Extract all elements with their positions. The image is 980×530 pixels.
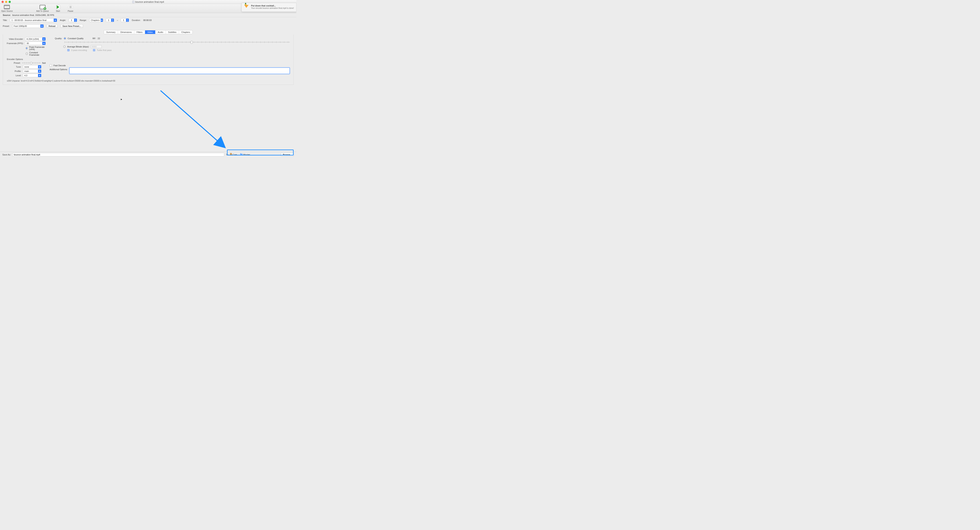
tab-subtitles[interactable]: Subtitles xyxy=(166,30,179,34)
level-dropdown[interactable]: 4.0 xyxy=(23,74,41,77)
title-value: 1 - 00:00:03 - bounce animation final xyxy=(11,19,48,21)
tune-label: Tune: xyxy=(6,66,21,68)
fast-decode-label: Fast Decode xyxy=(54,64,66,67)
destination-path: To: Cam › Movies xyxy=(226,153,250,156)
chevron-updown-icon xyxy=(38,74,41,77)
tune-dropdown[interactable]: none xyxy=(23,65,41,68)
enc-preset-label: Preset: xyxy=(6,62,21,64)
rf-label: RF: xyxy=(92,37,96,40)
folder-icon xyxy=(240,154,243,156)
tab-bar: Summary Dimensions Filters Video Audio S… xyxy=(0,29,296,35)
quality-slider[interactable] xyxy=(65,40,290,44)
chevron-updown-icon xyxy=(38,65,41,68)
quality-label: Quality: xyxy=(54,37,62,40)
tab-summary[interactable]: Summary xyxy=(104,30,118,34)
additional-options-label: Additional Options: xyxy=(49,68,68,70)
window-title-text: bounce animation final.mp4 xyxy=(135,1,164,3)
constant-framerate-radio[interactable] xyxy=(25,53,28,55)
breadcrumb-movies[interactable]: Movies xyxy=(240,153,250,156)
browse-button[interactable]: Browse... xyxy=(281,153,294,156)
chevron-right-icon: › xyxy=(238,154,239,156)
video-panel: Video Encoder: H.264 (x264) Framerate (F… xyxy=(3,35,294,85)
enc-preset-speed: fast xyxy=(42,62,46,64)
angle-stepper[interactable] xyxy=(69,18,77,22)
to-label: To: xyxy=(226,153,229,156)
fast-decode-checkbox[interactable] xyxy=(49,64,52,67)
pause-label: Pause xyxy=(68,10,73,12)
pause-icon xyxy=(68,5,73,10)
encoder-label: Video Encoder: xyxy=(6,38,24,40)
chevron-updown-icon xyxy=(101,19,103,22)
annotation-arrow xyxy=(160,90,228,151)
cocktail-icon xyxy=(243,5,249,10)
document-icon xyxy=(132,1,134,3)
open-source-label: Open Source xyxy=(1,10,13,12)
range-from-stepper[interactable] xyxy=(106,18,114,22)
save-as-input[interactable] xyxy=(12,153,224,156)
fps-dropdown[interactable]: 30 xyxy=(25,41,46,45)
fps-label: Framerate (FPS): xyxy=(6,42,24,45)
average-bitrate-input xyxy=(91,45,102,48)
encoder-dropdown[interactable]: H.264 (x264) xyxy=(25,37,46,41)
two-pass-checkbox xyxy=(67,49,70,51)
profile-label: Profile: xyxy=(6,70,21,72)
preset-row: Preset: Fast 1080p30 Reload Save New Pre… xyxy=(0,23,296,29)
reload-button[interactable]: Reload xyxy=(46,24,57,28)
angle-input[interactable] xyxy=(69,19,74,21)
notification-body: Your encode bounce animation final.mp4 i… xyxy=(251,7,294,9)
tab-filters[interactable]: Filters xyxy=(134,30,145,34)
title-label: Title: xyxy=(3,19,7,21)
constant-quality-label: Constant Quality xyxy=(68,37,83,40)
additional-options-input[interactable] xyxy=(69,67,290,74)
mouse-cursor-icon: ➤ xyxy=(120,98,122,101)
peak-framerate-radio[interactable] xyxy=(25,47,28,49)
tab-segmented: Summary Dimensions Filters Video Audio S… xyxy=(104,30,192,34)
x264-unparse-text: x264 Unparse: level=4.0:ref=2:8x8dct=0:w… xyxy=(3,78,293,82)
title-row: Title: 1 - 00:00:03 - bounce animation f… xyxy=(0,17,296,23)
film-icon xyxy=(4,5,10,9)
chevron-updown-icon xyxy=(42,37,46,41)
tab-chapters[interactable]: Chapters xyxy=(179,30,192,34)
constant-framerate-label: Constant Framerate xyxy=(29,51,46,56)
range-to-stepper[interactable] xyxy=(121,18,129,22)
breadcrumb-home[interactable]: Cam xyxy=(230,153,237,156)
save-as-label: Save As: xyxy=(2,153,11,156)
preset-dropdown[interactable]: Fast 1080p30 xyxy=(12,24,44,28)
angle-label: Angle: xyxy=(60,19,66,21)
duration-value: 00:00:03 xyxy=(143,19,152,21)
level-label: Level: xyxy=(6,74,21,76)
range-label: Range: xyxy=(80,19,87,21)
home-icon xyxy=(230,154,232,156)
source-value: bounce animation final, 1920x1080, 30 FP… xyxy=(12,14,54,16)
tab-audio[interactable]: Audio xyxy=(156,30,166,34)
start-button[interactable]: Start xyxy=(55,5,61,12)
bottom-bar: Save As: To: Cam › Movies Browse... xyxy=(0,152,296,157)
encoder-options-section: Encoder Options xyxy=(3,57,293,61)
turbo-first-pass-label: Turbo first pass xyxy=(97,49,111,51)
chevron-updown-icon xyxy=(54,19,57,22)
open-source-button[interactable]: Open Source xyxy=(1,5,13,12)
range-mode-dropdown[interactable]: Chapters xyxy=(89,18,103,22)
title-dropdown[interactable]: 1 - 00:00:03 - bounce animation final xyxy=(10,18,57,22)
start-label: Start xyxy=(56,10,60,12)
peak-framerate-label: Peak Framerate (VFR) xyxy=(29,46,46,51)
chevron-updown-icon xyxy=(40,24,43,28)
source-label: Source: xyxy=(3,14,11,16)
add-to-queue-label: Add To Queue xyxy=(36,10,49,12)
notification-banner[interactable]: Put down that cocktail... Your encode bo… xyxy=(242,3,296,12)
turbo-first-pass-checkbox xyxy=(93,49,95,51)
average-bitrate-radio[interactable] xyxy=(63,46,66,48)
enc-preset-slider[interactable] xyxy=(22,62,41,64)
tab-video[interactable]: Video xyxy=(145,30,156,34)
source-row: Source: bounce animation final, 1920x108… xyxy=(0,13,296,17)
tab-dimensions[interactable]: Dimensions xyxy=(118,30,134,34)
chevron-updown-icon xyxy=(42,42,46,45)
save-new-preset-button[interactable]: Save New Preset... xyxy=(60,24,83,28)
rf-value: 22 xyxy=(98,37,100,40)
profile-dropdown[interactable]: main xyxy=(23,69,41,73)
queue-icon xyxy=(40,5,46,9)
add-to-queue-button[interactable]: Add To Queue xyxy=(36,5,49,12)
chevron-updown-icon xyxy=(38,70,41,73)
constant-quality-radio[interactable] xyxy=(64,37,66,40)
average-bitrate-label: Average Bitrate (kbps): xyxy=(67,46,89,48)
